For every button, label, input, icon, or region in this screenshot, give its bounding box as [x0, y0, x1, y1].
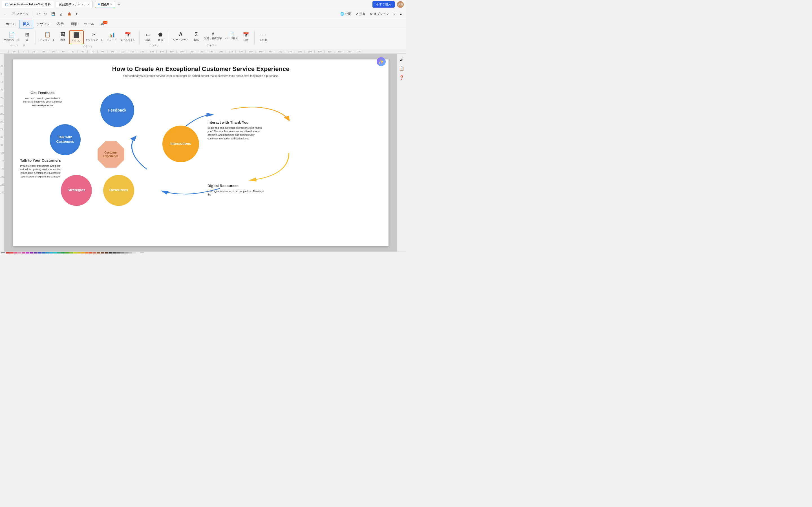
color-swatch[interactable] [85, 252, 89, 253]
icon-container[interactable]: ▭ 容器 [142, 31, 154, 43]
color-swatch[interactable] [57, 252, 61, 253]
save-button[interactable]: 💾 [50, 11, 57, 17]
circle-resources[interactable]: Resources [103, 175, 134, 206]
tab-diagram8[interactable]: 描画8 ✕ [95, 1, 115, 8]
color-swatch[interactable] [45, 252, 49, 253]
wordart-icon: A [179, 32, 183, 38]
add-tab-button[interactable]: + [117, 2, 120, 7]
color-swatch[interactable] [89, 252, 93, 253]
color-swatch[interactable] [53, 252, 57, 253]
menu-tools[interactable]: ツール [81, 20, 98, 28]
right-panel-pen-button[interactable]: 🖊 [398, 56, 405, 63]
color-swatch[interactable] [30, 252, 33, 253]
undo-button[interactable]: ↩ [36, 11, 42, 17]
color-swatch[interactable] [34, 252, 37, 253]
icon-table[interactable]: ⊞ 表 [21, 31, 33, 43]
right-panel-inspector-button[interactable]: 📋 [398, 65, 405, 72]
menu-ai[interactable]: AI hot [98, 20, 107, 28]
circle-talk[interactable]: Talk with Customers [50, 124, 81, 155]
color-swatch[interactable] [128, 252, 132, 253]
print-button[interactable]: 🖨 [58, 11, 64, 17]
menu-design[interactable]: デザイン [33, 20, 54, 28]
diagram-title: How to Create An Exceptional Customer Se… [13, 59, 389, 74]
more-button[interactable]: ▾ [74, 11, 79, 17]
color-swatch[interactable] [49, 252, 53, 253]
no-fill-swatch[interactable]: × [1, 252, 5, 254]
file-menu[interactable]: 三 ファイル [10, 11, 31, 17]
talk-label: Talk with Customers [56, 135, 74, 144]
options-icon: ⚙ [370, 12, 373, 16]
tab-diagram8-close-icon[interactable]: ✕ [110, 3, 112, 6]
help-button[interactable]: ? [392, 11, 397, 17]
icon-icon[interactable]: ⬛ アイコン [69, 31, 84, 44]
icon-template[interactable]: 📋 テンプレート [38, 31, 57, 43]
icon-chart[interactable]: 📊 チャート [105, 31, 118, 43]
annotation-get-feedback: Get Feedback You don't have to guess whe… [21, 91, 64, 107]
color-swatch[interactable] [124, 252, 128, 253]
shape-icon: ⬟ [158, 32, 163, 38]
color-swatch[interactable] [105, 252, 108, 253]
icon-date[interactable]: 📅 日付 [240, 31, 252, 43]
diagram-subtitle: Your company's customer service team is … [13, 74, 389, 80]
tab-food-close-icon[interactable]: ✕ [87, 3, 90, 6]
icon-formula[interactable]: Σ 数式 [190, 31, 202, 43]
color-swatch[interactable] [140, 252, 144, 253]
color-swatch[interactable] [10, 252, 13, 253]
color-swatch[interactable] [38, 252, 41, 253]
color-swatch[interactable] [132, 252, 136, 253]
icon-image[interactable]: 🖼 画像 [57, 31, 69, 43]
color-swatch[interactable] [14, 252, 17, 253]
color-swatch[interactable] [42, 252, 45, 253]
color-swatch[interactable] [65, 252, 69, 253]
color-swatch[interactable] [93, 252, 96, 253]
color-swatch[interactable] [97, 252, 100, 253]
icon-timeline[interactable]: 📅 タイムライン [118, 31, 137, 43]
icon-clipart[interactable]: ✂ クリップアート [84, 31, 105, 43]
icon-special-chars[interactable]: # 記号と特殊文字 [202, 31, 223, 41]
share-button[interactable]: ↗共有 [354, 11, 367, 17]
circle-feedback[interactable]: Feedback [100, 93, 134, 127]
color-swatch[interactable] [73, 252, 77, 253]
icon-group-container: ▭ 容器 ⬟ 図形 コンテナ [142, 31, 167, 47]
color-swatch[interactable] [136, 252, 140, 253]
chart-icon: 📊 [109, 32, 115, 38]
icon-wordart[interactable]: A ワードアート [171, 31, 190, 43]
icon-other[interactable]: ⋯ その他 [257, 31, 269, 43]
menu-insert[interactable]: 挿入 [19, 20, 33, 29]
circle-customer-experience[interactable]: Customer Experience [98, 141, 124, 168]
color-swatch[interactable] [81, 252, 85, 253]
circle-strategies[interactable]: Strategies [61, 175, 92, 206]
options-button[interactable]: ⚙オプション [368, 11, 391, 17]
get-feedback-title: Get Feedback [21, 91, 64, 96]
menu-shape[interactable]: 図形 [67, 20, 81, 28]
icon-shape[interactable]: ⬟ 図形 [154, 31, 167, 43]
menu-view[interactable]: 表示 [54, 20, 67, 28]
icon-page-number[interactable]: 📄 ページ番号 [223, 31, 240, 41]
publish-button[interactable]: 🌐公開 [339, 11, 353, 17]
color-swatch[interactable] [69, 252, 73, 253]
color-swatch[interactable] [112, 252, 116, 253]
icon-blank-page[interactable]: 📄 空白のページ [2, 31, 21, 43]
color-swatch[interactable] [120, 252, 124, 253]
back-button[interactable]: ← [2, 11, 9, 17]
color-swatch[interactable] [18, 252, 21, 253]
export-button[interactable]: 📤 [66, 11, 73, 17]
app-tab[interactable]: ⬡ Wondershare EdrawMax 無料 [2, 1, 54, 8]
color-swatch[interactable] [101, 252, 104, 253]
color-swatch[interactable] [61, 252, 65, 253]
ai-button[interactable]: ✨ [377, 57, 386, 66]
color-swatch[interactable] [109, 252, 112, 253]
color-swatch[interactable] [6, 252, 10, 253]
collapse-button[interactable]: ∧ [398, 11, 404, 17]
redo-button[interactable]: ↪ [43, 11, 49, 17]
color-swatch[interactable] [22, 252, 26, 253]
menu-home[interactable]: ホーム [2, 20, 19, 28]
canvas-area[interactable]: How to Create An Exceptional Customer Se… [4, 54, 397, 251]
circle-interactions[interactable]: Interactions [162, 126, 199, 162]
color-swatch[interactable] [116, 252, 120, 253]
tab-food-report[interactable]: 食品業界レポート... ✕ [56, 1, 93, 8]
buy-now-button[interactable]: 今すぐ購入 [372, 1, 395, 8]
color-swatch[interactable] [26, 252, 29, 253]
right-panel-help-button[interactable]: ❓ [398, 74, 405, 81]
color-swatch[interactable] [77, 252, 81, 253]
